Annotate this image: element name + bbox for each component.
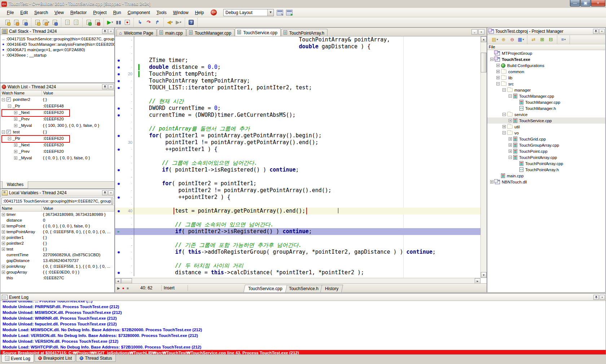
code-line[interactable]: ●· double distance = 0.0;: [115, 64, 480, 71]
program-reset-icon[interactable]: ■: [123, 18, 132, 26]
save-layout-icon[interactable]: [277, 10, 283, 15]
menu-file[interactable]: File: [4, 9, 17, 17]
tree-expander-icon[interactable]: +: [14, 117, 17, 121]
tree-expander-icon[interactable]: +: [509, 150, 512, 153]
remove-file-icon[interactable]: [93, 18, 102, 26]
code-line[interactable]: 30 pointIter1 != pointArray.getPointArra…: [115, 139, 480, 146]
dropdown-arrow-icon[interactable]: ▾: [111, 21, 113, 24]
code-line[interactable]: · pointIter2 != pointArray.getPointArray…: [115, 187, 480, 194]
code-line[interactable]: · // 두 터치점 사이의 거리: [115, 262, 480, 269]
project-tree-item-mtprojectgroup[interactable]: MTProjectGroup: [487, 50, 605, 56]
watch-row[interactable]: −✓test{ }: [0, 129, 114, 135]
restore-button[interactable]: ▣: [580, 0, 590, 6]
menu-component[interactable]: Component: [124, 9, 153, 17]
project-tree-item-touchmanager-cpp[interactable]: TouchManager.cpp: [487, 99, 605, 105]
project-tree-item-nbntouch-dll[interactable]: +NBNTouch.dll: [487, 179, 605, 185]
pin-icon[interactable]: [102, 29, 107, 34]
executable-line-dot-icon[interactable]: ●: [115, 194, 122, 201]
remove-from-project-icon[interactable]: ⊖: [508, 36, 517, 44]
save-all-icon[interactable]: [50, 18, 59, 26]
executable-line-dot-icon[interactable]: ●: [115, 269, 122, 276]
scroll-down-icon[interactable]: ▼: [481, 272, 487, 278]
editor-tab-touchservice-cpp[interactable]: TouchService.cpp: [235, 28, 281, 36]
run-icon[interactable]: ▶▾: [106, 18, 114, 26]
code-editor[interactable]: - TouchPointArray& pointArray,· double g…: [115, 36, 480, 278]
macro-stop-icon[interactable]: ●: [122, 286, 124, 290]
project-tree-item-src[interactable]: −src: [487, 81, 605, 87]
tree-expander-icon[interactable]: −: [509, 156, 512, 159]
combo-dropdown-icon[interactable]: ▼: [111, 198, 113, 204]
close-icon[interactable]: ×: [599, 29, 605, 34]
collapse-all-icon[interactable]: ⊟: [546, 36, 555, 44]
tree-expander-icon[interactable]: +: [14, 111, 17, 114]
editor-tab-touchmanager-cpp[interactable]: TouchManager.cpp: [186, 29, 234, 36]
call-stack-frame[interactable]: ●:00406A71 main(argc=1, argv=:01F2A680): [0, 47, 114, 52]
view-unit-icon[interactable]: [63, 18, 72, 26]
help-icon[interactable]: ?: [187, 18, 196, 26]
tree-expander-icon[interactable]: +: [2, 242, 5, 245]
new-items-icon[interactable]: [3, 18, 12, 26]
project-tree-item-vo[interactable]: −vo: [487, 130, 605, 136]
view-form-icon[interactable]: [72, 18, 80, 26]
dropdown-arrow-icon[interactable]: ▾: [48, 21, 49, 24]
menu-refactor[interactable]: Refactor: [67, 9, 90, 17]
code-line[interactable]: ●· for( pointIter2 = pointIter1;: [115, 180, 480, 187]
tree-expander-icon[interactable]: −: [490, 58, 493, 61]
executable-line-dot-icon[interactable]: ●: [115, 132, 122, 139]
code-line[interactable]: ·: [115, 256, 480, 262]
tree-expander-icon[interactable]: −: [8, 105, 11, 108]
menu-project[interactable]: Project: [90, 9, 110, 17]
log-line[interactable]: Module Unload: VERSION.dll. Process Touc…: [0, 338, 606, 344]
project-tree-item-build-configurations[interactable]: +Build Configurations: [487, 62, 605, 68]
code-line[interactable]: ●40 test = pointArray.getPointArray().en…: [115, 208, 480, 214]
local-variable-row[interactable]: this:01EE827C: [0, 275, 114, 281]
project-tree-item-touchservice-cpp[interactable]: +TouchService.cpp: [487, 117, 605, 124]
watch-checkbox[interactable]: ✓: [6, 130, 11, 134]
menu-edit[interactable]: Edit: [17, 9, 31, 17]
tree-expander-icon[interactable]: +: [496, 64, 500, 67]
menu-window[interactable]: Window: [170, 9, 192, 17]
pause-icon[interactable]: ▮▮: [114, 18, 123, 26]
sort-style-icon[interactable]: ≡▾: [559, 36, 568, 44]
code-line[interactable]: ●· ++pointIter1 ) {: [115, 146, 480, 153]
code-line[interactable]: ●· currentTime = (DWORD)timer.GetCurrent…: [115, 112, 480, 119]
code-line[interactable]: - TouchPointArray& pointArray,: [115, 36, 480, 43]
local-variable-row[interactable]: +pointIter2{ }: [0, 240, 114, 246]
tool-tab-event-log[interactable]: Event Log: [1, 355, 34, 363]
watch-row[interactable]: −✓pointIter2{ }: [0, 96, 114, 103]
views-icon[interactable]: ▦▾: [517, 36, 525, 44]
code-line[interactable]: ●· TOUCH_LIST::iterator pointIter1, poin…: [115, 84, 480, 91]
scrollbar-thumb[interactable]: [481, 53, 487, 72]
close-page-icon[interactable]: ×: [478, 29, 484, 35]
menu-view[interactable]: View: [51, 9, 67, 17]
editor-vertical-scrollbar[interactable]: ▲ ▼: [480, 36, 487, 278]
code-line[interactable]: ·: [115, 91, 480, 98]
trace-into-icon[interactable]: ↳: [136, 18, 144, 26]
project-tree-item-touchpointarray-cpp[interactable]: −TouchPointArray.cpp: [487, 154, 605, 160]
tree-expander-icon[interactable]: +: [2, 271, 5, 274]
pin-icon[interactable]: [102, 84, 107, 89]
project-tree-item-manager[interactable]: −manager: [487, 87, 605, 93]
code-line[interactable]: ·: [115, 50, 480, 57]
watch-row[interactable]: +_Prev:01EEF620: [0, 148, 114, 155]
executable-line-dot-icon[interactable]: ●: [115, 105, 122, 112]
executable-line-dot-icon[interactable]: ●: [115, 84, 122, 91]
browse-back-icon[interactable]: ◀▾: [166, 18, 174, 26]
log-line-breakpoint[interactable]: Source Breakpoint at $00417115: C:₩Proje…: [0, 350, 606, 354]
call-stack-frame[interactable]: →:00417115 TouchService::grouping(this=:…: [0, 36, 114, 41]
tree-expander-icon[interactable]: −: [502, 88, 506, 92]
code-line[interactable]: · // pointArray를 돌면서 그룹에 추가: [115, 125, 480, 132]
log-line[interactable]: Module Unload: WINRNR.dll. Process Touch…: [0, 315, 606, 321]
tree-expander-icon[interactable]: +: [14, 124, 17, 127]
local-variable-row[interactable]: +pointArray{ 0, { :01EEF558, 1 }, { { 0,…: [0, 263, 114, 269]
locals-value-column-header[interactable]: Value: [42, 206, 114, 211]
tree-expander-icon[interactable]: +: [2, 230, 5, 234]
code-line[interactable]: ●20 TouchPoint tempPoint;: [115, 71, 480, 77]
call-stack-frame[interactable]: ●:00439eee ; __startup: [0, 52, 114, 58]
tree-expander-icon[interactable]: +: [14, 156, 17, 160]
menu-help[interactable]: Help: [192, 9, 207, 17]
code-line[interactable]: ·: [115, 119, 480, 125]
code-line[interactable]: ·: [115, 153, 480, 160]
local-variable-row[interactable]: +pointIter1{ }: [0, 235, 114, 240]
set-debug-layout-icon[interactable]: [286, 10, 293, 15]
